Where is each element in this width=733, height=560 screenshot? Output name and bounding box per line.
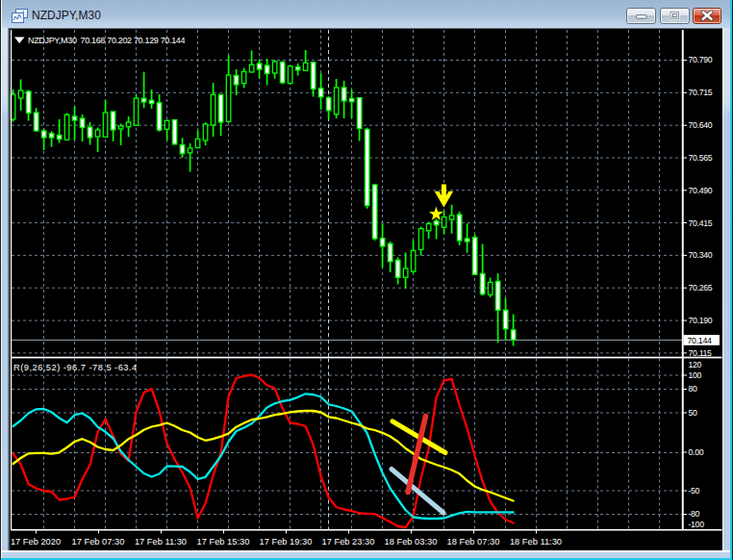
svg-text:NZDJPY,M30: NZDJPY,M30 (28, 36, 77, 45)
svg-text:70.340: 70.340 (689, 250, 713, 260)
svg-text:100: 100 (689, 370, 702, 380)
svg-text:70.265: 70.265 (689, 283, 713, 293)
svg-text:70.790: 70.790 (689, 55, 713, 64)
svg-text:70.190: 70.190 (689, 316, 713, 325)
svg-text:17 Feb 23:30: 17 Feb 23:30 (322, 537, 375, 547)
svg-text:70.115: 70.115 (689, 348, 713, 358)
svg-text:17 Feb 11:30: 17 Feb 11:30 (135, 537, 187, 547)
svg-text:70.565: 70.565 (689, 153, 713, 163)
svg-text:18 Feb 03:30: 18 Feb 03:30 (385, 537, 438, 547)
svg-text:17 Feb 15:30: 17 Feb 15:30 (197, 537, 250, 547)
svg-text:18 Feb 07:30: 18 Feb 07:30 (447, 537, 500, 547)
svg-text:50: 50 (689, 408, 698, 418)
svg-text:80: 80 (689, 384, 698, 394)
svg-text:17 Feb 07:30: 17 Feb 07:30 (72, 537, 125, 547)
svg-text:120: 120 (689, 360, 702, 369)
svg-text:70.415: 70.415 (689, 218, 713, 228)
svg-text:-100: -100 (689, 520, 705, 529)
svg-text:70.168 70.202 70.129 70.144: 70.168 70.202 70.129 70.144 (81, 36, 186, 45)
svg-text:70.640: 70.640 (689, 120, 713, 130)
svg-text:R(9,26,52) -96.7 -78.5 -63.4: R(9,26,52) -96.7 -78.5 -63.4 (13, 363, 138, 372)
svg-text:0.00: 0.00 (689, 447, 704, 457)
svg-text:-50: -50 (689, 486, 700, 496)
svg-text:17 Feb 2020: 17 Feb 2020 (11, 537, 61, 547)
svg-text:70.715: 70.715 (689, 88, 713, 97)
svg-text:17 Feb 19:30: 17 Feb 19:30 (260, 537, 313, 547)
svg-text:18 Feb 11:30: 18 Feb 11:30 (510, 537, 562, 547)
svg-text:70.490: 70.490 (689, 186, 713, 195)
svg-text:70.144: 70.144 (688, 336, 713, 345)
svg-text:-80: -80 (689, 509, 700, 519)
